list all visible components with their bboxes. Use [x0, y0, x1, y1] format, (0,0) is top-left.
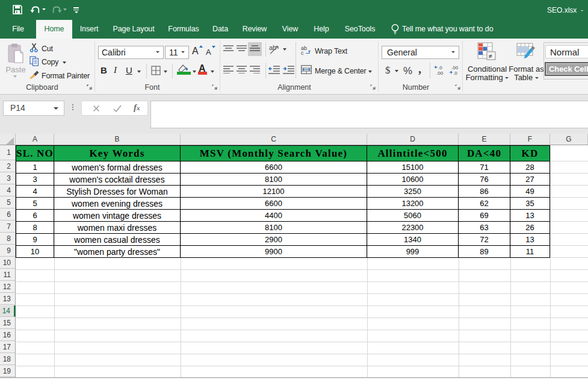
svg-text:.0: .0 — [453, 70, 457, 76]
svg-text:≠: ≠ — [489, 52, 492, 60]
svg-text:c: c — [301, 50, 304, 55]
svg-text:.00: .00 — [436, 70, 444, 76]
svg-text:ab: ab — [269, 44, 276, 51]
